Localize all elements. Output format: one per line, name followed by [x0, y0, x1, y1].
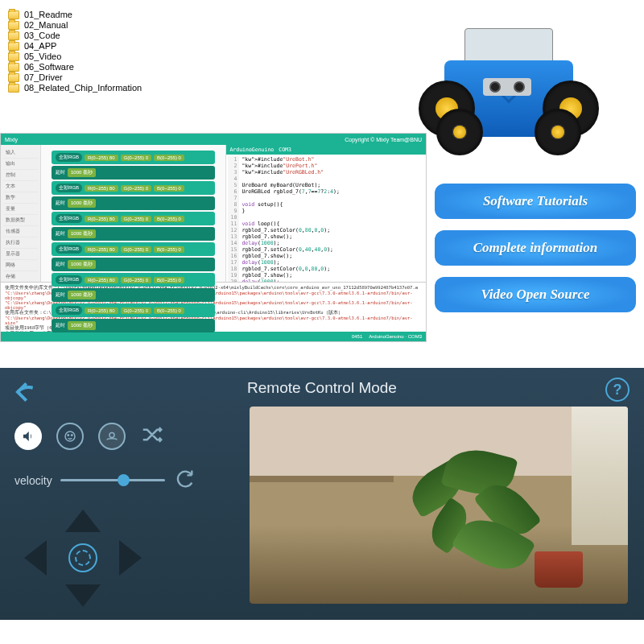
- rgb-block[interactable]: 全彩RGB R(0~255) 80 G(0~255) 0 B(0~255) 0: [52, 181, 215, 195]
- rgb-block[interactable]: 全彩RGB R(0~255) 80 G(0~255) 0 B(0~255) 0: [52, 303, 215, 317]
- face-button[interactable]: [56, 423, 84, 450]
- help-button[interactable]: ?: [605, 378, 630, 402]
- code-line: 14 delay(1000);: [228, 240, 424, 246]
- refresh-button[interactable]: [173, 468, 196, 493]
- svg-point-3: [109, 432, 114, 437]
- code-line: 6UreRGBLed rgbled_7(7,7==7?2:4);: [228, 188, 424, 195]
- sidebar-category[interactable]: 数学: [3, 192, 38, 204]
- shuffle-button[interactable]: [140, 423, 164, 450]
- file-name: 02_Manual: [24, 20, 68, 30]
- code-line: 3"kw">#include "UreRGBLed.h": [228, 169, 424, 175]
- dpad: [23, 508, 143, 609]
- sidebar-category[interactable]: 传感器: [3, 226, 38, 237]
- ide-copyright: Copyright © Mixly Team@BNU: [345, 137, 422, 142]
- control-row: [14, 423, 227, 450]
- folder-icon: [8, 31, 19, 40]
- file-name: 03_Code: [24, 31, 60, 40]
- velocity-control: velocity: [14, 468, 227, 493]
- delay-block[interactable]: 延时 1000 毫秒: [52, 227, 215, 241]
- rgb-block[interactable]: 全彩RGB R(0~255) 80 G(0~255) 0 B(0~255) 0: [52, 151, 215, 164]
- svg-point-1: [68, 434, 69, 436]
- dpad-center[interactable]: [68, 543, 97, 572]
- camera-button[interactable]: [98, 423, 126, 450]
- sidebar-category[interactable]: 存储: [3, 271, 38, 283]
- code-line: 8void setup(){: [228, 201, 424, 208]
- code-line: 17 delay(1000);: [228, 259, 424, 266]
- svg-point-0: [65, 431, 75, 441]
- velocity-slider[interactable]: [60, 479, 165, 481]
- delay-block[interactable]: 延时 1000 毫秒: [52, 319, 215, 332]
- camera-feed: [250, 407, 628, 604]
- sidebar-category[interactable]: 控制: [3, 170, 38, 181]
- code-line: 4: [228, 175, 424, 182]
- sound-button[interactable]: [14, 423, 42, 450]
- code-editor[interactable]: ArduinoGenuino COM3 1"kw">#include "UreB…: [225, 145, 426, 282]
- dpad-up[interactable]: [65, 510, 101, 532]
- code-line: 7: [228, 195, 424, 201]
- code-line: 10: [228, 214, 424, 221]
- sidebar-category[interactable]: 执行器: [3, 237, 38, 249]
- code-header: ArduinoGenuino COM3: [226, 145, 426, 155]
- ide-sidebar: 输入输出控制文本数学变量数据类型传感器执行器显示器网络存储扩展mixly功能库: [1, 145, 41, 282]
- dpad-right[interactable]: [119, 540, 142, 576]
- code-line: 5UreBoard myBoard(UreBot);: [228, 182, 424, 188]
- back-button[interactable]: [11, 378, 40, 407]
- code-line: 19 rgbled_7.show();: [228, 272, 424, 279]
- code-line: 18 rgbled_7.setColor(0,0,80,0);: [228, 266, 424, 272]
- code-line: 9}: [228, 208, 424, 214]
- code-line: 16 rgbled_7.show();: [228, 253, 424, 259]
- file-name: 01_Readme: [24, 10, 72, 19]
- badge-complete-information: Complete information: [435, 230, 636, 266]
- blocks-canvas[interactable]: 全彩RGB R(0~255) 80 G(0~255) 0 B(0~255) 0延…: [41, 145, 225, 282]
- status-mid: 0451: [352, 334, 362, 339]
- folder-icon: [8, 84, 19, 93]
- file-name: 04_APP: [24, 41, 56, 51]
- feature-badges: Software Tutorials Complete information …: [435, 184, 636, 324]
- file-name: 06_Software: [24, 62, 74, 72]
- delay-block[interactable]: 延时 1000 毫秒: [52, 196, 215, 210]
- code-line: 1"kw">#include "UreBot.h": [228, 156, 424, 163]
- mixly-ide: Mixly Copyright © Mixly Team@BNU 输入输出控制文…: [0, 133, 427, 342]
- sidebar-category[interactable]: 变量: [3, 204, 38, 215]
- file-name: 07_Driver: [24, 72, 63, 82]
- code-line: 2"kw">#include "UrePort.h": [228, 163, 424, 169]
- sidebar-category[interactable]: 文本: [3, 181, 38, 192]
- svg-point-2: [72, 434, 73, 436]
- dpad-left[interactable]: [24, 540, 47, 576]
- code-port[interactable]: COM3: [279, 147, 291, 153]
- dpad-down[interactable]: [65, 584, 101, 607]
- sidebar-category[interactable]: 数据类型: [3, 215, 38, 226]
- folder-icon: [8, 52, 19, 61]
- remote-control-app: Remote Control Mode ? velocity: [0, 368, 644, 620]
- slider-thumb[interactable]: [118, 474, 130, 486]
- file-name: 08_Related_Chip_Information: [24, 83, 142, 93]
- folder-icon: [8, 63, 19, 72]
- folder-icon: [8, 73, 19, 82]
- folder-icon: [8, 10, 19, 19]
- sidebar-category[interactable]: 输入: [3, 147, 38, 159]
- ide-toolbar: Mixly Copyright © Mixly Team@BNU: [1, 134, 426, 145]
- ide-title: Mixly: [5, 137, 18, 142]
- rgb-block[interactable]: 全彩RGB R(0~255) 80 G(0~255) 0 B(0~255) 0: [52, 273, 215, 287]
- rgb-block[interactable]: 全彩RGB R(0~255) 80 G(0~255) 0 B(0~255) 0: [52, 242, 215, 256]
- delay-block[interactable]: 延时 1000 毫秒: [52, 166, 215, 180]
- badge-software-tutorials: Software Tutorials: [435, 184, 636, 219]
- folder-icon: [8, 21, 19, 30]
- rgb-block[interactable]: 全彩RGB R(0~255) 80 G(0~255) 0 B(0~255) 0: [52, 212, 215, 225]
- code-line: 12 rgbled_7.setColor(0,80,0,0);: [228, 227, 424, 233]
- code-line: 15 rgbled_7.setColor(0,40,40,0);: [228, 246, 424, 253]
- sidebar-category[interactable]: 输出: [3, 159, 38, 170]
- sidebar-category[interactable]: 网络: [3, 260, 38, 271]
- file-name: 05_Video: [24, 52, 61, 61]
- status-right: ArduinoGenuino · COM3: [369, 334, 422, 339]
- folder-icon: [8, 42, 19, 51]
- code-tab[interactable]: ArduinoGenuino: [229, 147, 274, 153]
- ide-statusbar: 0451 ArduinoGenuino · COM3: [1, 332, 426, 341]
- badge-video-open-source: Video Open Source: [435, 277, 636, 312]
- sidebar-category[interactable]: 显示器: [3, 249, 38, 260]
- code-line: 13 rgbled_7.show();: [228, 233, 424, 240]
- code-line: 11void loop(){: [228, 221, 424, 227]
- velocity-label: velocity: [14, 474, 52, 487]
- delay-block[interactable]: 延时 1000 毫秒: [52, 288, 215, 302]
- delay-block[interactable]: 延时 1000 毫秒: [52, 258, 215, 271]
